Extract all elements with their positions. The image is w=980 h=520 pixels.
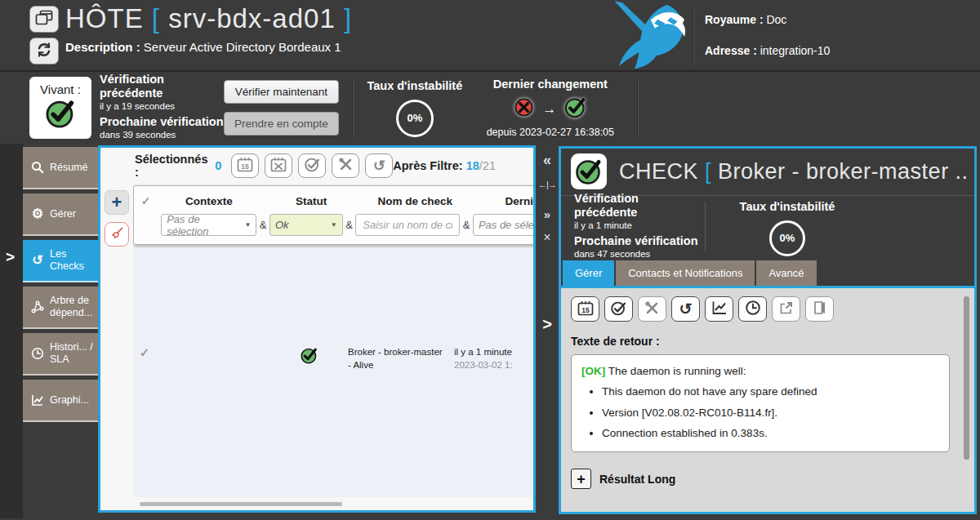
sidebar-item-graphiques[interactable]: Graphi... xyxy=(23,380,98,422)
host-sidebar: Résumé ⚙ Gérer ↺ Les Checks Arbre de dép… xyxy=(23,144,98,518)
check-name-filter-input[interactable] xyxy=(355,214,460,236)
retry-check-button[interactable]: ↺ xyxy=(671,296,700,322)
door-icon xyxy=(813,300,826,318)
header-buttons xyxy=(29,6,59,64)
tools-icon xyxy=(338,157,354,175)
realm-line: Royaume : Doc xyxy=(705,13,830,26)
realm-address-block: Royaume : Doc Adresse : integration-10 xyxy=(705,13,830,57)
flapping-gauge: 0% xyxy=(396,100,434,137)
clear-filters-button[interactable] xyxy=(105,222,129,247)
object-type-label: HÔTE xyxy=(65,3,144,33)
sidebar-item-les-checks[interactable]: ↺ Les Checks xyxy=(23,240,98,282)
address-line: Adresse : integration-10 xyxy=(705,44,830,57)
documentation-button[interactable] xyxy=(805,296,834,322)
caret-down-icon: ▼ xyxy=(241,221,251,229)
and-separator: & xyxy=(343,219,356,231)
tab-avance[interactable]: Avancé xyxy=(756,260,816,286)
expand-menu-chevron[interactable]: > xyxy=(6,248,15,266)
output-status-tag: [OK] xyxy=(581,365,605,377)
horizontal-scrollbar-thumb[interactable] xyxy=(140,502,342,506)
tools-button[interactable] xyxy=(332,153,359,178)
next-check-label: Prochaine vérification xyxy=(100,115,224,129)
application-window: HÔTE [ srv-bdx-ad01 ] Description : Serv… xyxy=(0,0,980,520)
status-critical-icon xyxy=(513,96,535,122)
table-row[interactable]: ✓ Broker - broker-master - Alive il y xyxy=(133,249,533,371)
undo-icon: ↺ xyxy=(30,254,45,267)
external-link-button[interactable] xyxy=(772,296,800,322)
graph-button[interactable] xyxy=(705,296,733,322)
long-result-section: + Résultat Long xyxy=(571,469,950,489)
tools-button[interactable] xyxy=(638,296,666,322)
check-tabs: Gérer Contacts et Notifications Avancé xyxy=(561,258,974,286)
vertical-scrollbar-thumb[interactable] xyxy=(964,296,969,460)
add-check-button[interactable]: + xyxy=(105,190,129,215)
history-button[interactable] xyxy=(738,296,767,322)
check-times: Vérification précédente il y a 1 minute … xyxy=(561,192,705,263)
acknowledge-check-button[interactable] xyxy=(298,153,326,178)
realm-value: Doc xyxy=(766,13,786,26)
open-window-button[interactable] xyxy=(29,6,59,33)
derniere-filter-select[interactable]: Pas de séle ▼ xyxy=(473,214,533,236)
sidebar-item-resume[interactable]: Résumé xyxy=(23,147,98,189)
tab-gerer[interactable]: Gérer xyxy=(563,260,614,286)
checks-table-main: + ✓ Contexte xyxy=(100,184,533,510)
sidebar-item-label: Gérer xyxy=(50,208,76,220)
expand-long-result-button[interactable]: + xyxy=(571,469,591,489)
check-now-button[interactable]: Vérifier maintenant xyxy=(224,80,339,104)
address-value: integration-10 xyxy=(760,44,831,57)
host-name: srv-bdx-ad01 xyxy=(168,3,336,33)
status-ok-icon xyxy=(564,96,587,122)
host-description: Description : Serveur Active Directory B… xyxy=(65,40,352,54)
select-all-check-icon[interactable]: ✓ xyxy=(134,194,158,207)
last-change-block: Dernier changement → depuis xyxy=(477,78,624,138)
output-bullet-list: This daemon do not have any spare define… xyxy=(602,384,939,442)
checks-table-content: ✓ Contexte Statut Nom de check Dernièr xyxy=(133,184,533,510)
header-right: Royaume : Doc Adresse : integration-10 xyxy=(611,0,830,70)
cancel-schedule-button[interactable] xyxy=(265,153,292,178)
open-panel-chevron[interactable]: > xyxy=(536,315,559,334)
external-link-icon xyxy=(778,300,794,318)
check-name: Broker - broker-master ... xyxy=(718,159,968,184)
detail-panel-controls: « ←|→ » × > xyxy=(536,144,559,518)
window-copy-icon xyxy=(35,10,53,29)
contexte-filter-value: Pas de sélection xyxy=(167,213,241,238)
tab-contacts-et-notifications[interactable]: Contacts et Notifications xyxy=(616,260,755,286)
check-info-row: Vérification précédente il y a 1 minute … xyxy=(561,196,974,258)
after-filter-count: Après Filtre: 18/21 xyxy=(393,159,496,172)
sidebar-item-label: Résumé xyxy=(50,162,88,174)
sidebar-item-arbre-de-dependances[interactable]: Arbre de dépend... xyxy=(23,287,98,329)
calendar-icon: 15 xyxy=(237,157,253,175)
caret-down-icon: ▼ xyxy=(327,221,337,229)
svg-text:15: 15 xyxy=(242,162,250,171)
acknowledge-button[interactable]: Prendre en compte xyxy=(224,112,339,136)
row-select-check-icon[interactable]: ✓ xyxy=(133,345,156,360)
calendar-cancel-icon xyxy=(270,157,287,175)
acknowledge-check-button[interactable] xyxy=(604,296,633,322)
retry-check-button[interactable]: ↺ xyxy=(365,153,393,178)
after-filter-label: Après Filtre: xyxy=(393,159,462,172)
schedule-check-button[interactable]: 15 xyxy=(571,296,599,322)
undo-icon: ↺ xyxy=(373,158,385,173)
host-check-times: Vérification précédente il y a 19 second… xyxy=(100,73,224,144)
resize-panel-icon[interactable]: ←|→ xyxy=(536,180,559,189)
sidebar-item-gerer[interactable]: ⚙ Gérer xyxy=(23,193,98,236)
sidebar-item-historique-sla[interactable]: Histori... / SLA xyxy=(23,333,98,376)
since-date: 2023-02-27 16:38:05 xyxy=(519,127,614,138)
schedule-check-button[interactable]: 15 xyxy=(231,153,259,178)
expand-panel-icon[interactable]: » xyxy=(536,207,559,221)
previous-check-label: Vérification précédente xyxy=(574,192,705,220)
realm-label: Royaume : xyxy=(705,13,764,26)
check-circle-icon xyxy=(304,156,321,176)
contexte-filter-select[interactable]: Pas de sélection ▼ xyxy=(161,214,256,236)
collapse-panel-icon[interactable]: « xyxy=(536,152,559,169)
refresh-button[interactable] xyxy=(29,38,59,64)
statut-filter-select[interactable]: Ok ▼ xyxy=(270,214,343,236)
host-actions: Vérifier maintenant Prendre en compte xyxy=(224,80,339,136)
row-last-check-ago: il y a 1 minute xyxy=(454,347,512,357)
description-value: Serveur Active Directory Bordeaux 1 xyxy=(144,40,341,54)
check-header: CHECK [ Broker - broker-master ... ] xyxy=(561,149,974,196)
close-panel-icon[interactable]: × xyxy=(536,230,559,245)
check-tab-content: 15 xyxy=(561,286,974,512)
after-filter-value: 18 xyxy=(466,159,479,172)
page-title: HÔTE [ srv-bdx-ad01 ] xyxy=(65,3,352,34)
